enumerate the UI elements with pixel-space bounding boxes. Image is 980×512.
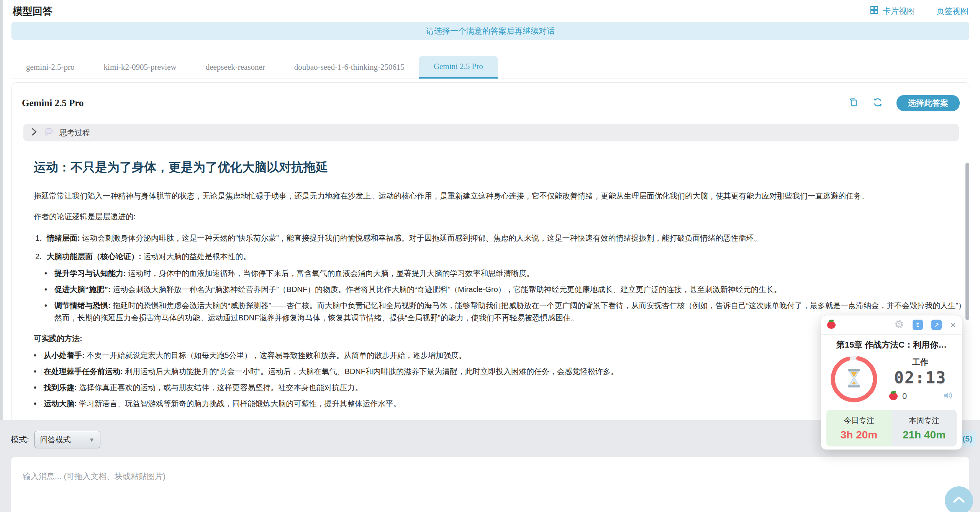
hourglass-icon (845, 368, 863, 390)
argument-numbered-list: 1. 情绪层面: 运动会刺激身体分泌内啡肽，这是一种天然的“快乐荷尔蒙”，能直接… (34, 232, 977, 324)
list-marker: 1. (34, 232, 47, 244)
list-item: • 提升学习与认知能力: 运动时，身体中的血液加速循环，当你停下来后，富含氧气的… (44, 267, 977, 279)
regenerate-button[interactable] (872, 97, 883, 109)
list-item-text: 运动对大脑的益处是根本性的。 (141, 252, 251, 261)
gear-icon[interactable] (894, 319, 904, 331)
list-item-text: 选择你真正喜欢的运动，或与朋友结伴，这样更容易坚持。社交本身也能对抗压力。 (77, 383, 363, 392)
select-answer-banner: 请选择一个满意的答案后再继续对话 (11, 22, 969, 40)
pomodoro-titlebar[interactable]: ↕ ↗ × (821, 315, 962, 335)
timer-progress-ring (829, 354, 878, 404)
chevron-right-icon (30, 127, 38, 138)
copy-icon (848, 97, 859, 109)
list-item-text: 运动时，身体中的血液加速循环，当你停下来后，富含氧气的血液会涌向大脑，显著提升大… (126, 269, 534, 277)
thinking-process-label: 思考过程 (59, 128, 90, 138)
timer-readout: 工作 02:13 0 (885, 357, 955, 402)
answer-actions: 选择此答案 (847, 95, 960, 111)
banner-text: 请选择一个满意的答案后再继续对话 (426, 26, 555, 36)
list-item-lead: 情绪层面: (47, 234, 80, 242)
view-switcher: 卡片视图 页签视图 (870, 5, 969, 16)
copy-button[interactable] (847, 97, 859, 109)
message-input[interactable]: 输入消息... (可拖入文档、块或粘贴图片) (11, 457, 969, 512)
thinking-process-toggle[interactable]: 思考过程 (23, 124, 959, 141)
up-down-arrow-icon[interactable]: ↕ (913, 320, 923, 330)
answer-model-name: Gemini 2.5 Pro (22, 98, 84, 108)
message-input-placeholder: 输入消息... (可拖入文档、块或粘贴图片) (23, 472, 166, 481)
pomodoro-body: 工作 02:13 0 (821, 351, 962, 404)
list-item-lead: 在处理棘手任务前运动: (44, 367, 123, 376)
tomato-icon (889, 392, 898, 400)
bullet-marker: • (34, 349, 44, 361)
list-item-lead: 调节情绪与恐惧: (54, 301, 111, 310)
tab-gemini-2-5-pro-lower[interactable]: gemini-2.5-pro (11, 56, 89, 79)
bullet-marker: • (34, 397, 44, 410)
tab-deepseek-reasoner[interactable]: deepseek-reasoner (191, 56, 280, 79)
thought-bubble-icon (44, 128, 53, 138)
chevron-down-icon: ▼ (89, 437, 95, 443)
week-focus-value: 21h 40m (903, 429, 946, 441)
pomodoro-count: 0 (902, 391, 907, 401)
list-item-text: 不要一开始就设定宏大的目标（如每天跑5公里），这容易导致挫败和放弃。从简单的散步… (85, 351, 467, 359)
tab-view-label: 页签视图 (936, 6, 969, 16)
tomato-icon (827, 321, 836, 329)
today-focus-label: 今日专注 (844, 415, 874, 426)
tab-view-button[interactable]: 页签视图 (936, 6, 969, 16)
list-item: • 促进大脑“施肥”: 运动会刺激大脑释放一种名为“脑源神经营养因子”（BDNF… (44, 283, 977, 295)
chevron-up-icon (952, 495, 965, 506)
article-title: 运动：不只是为了身体，更是为了优化大脑以对抗拖延 (34, 159, 977, 181)
pomodoro-widget[interactable]: ↕ ↗ × 第15章 作战方法C：利用你… (821, 315, 962, 450)
bullet-marker: • (44, 267, 54, 279)
card-view-button[interactable]: 卡片视图 (870, 5, 915, 16)
speaker-icon[interactable] (943, 391, 953, 402)
page-title: 模型回答 (13, 5, 52, 18)
grid-icon (870, 5, 879, 16)
list-item-text: 学习新语言、玩益智游戏等新奇的脑力挑战，同样能锻炼大脑的可塑性，提升其整体运作水… (77, 399, 401, 408)
model-tabs: gemini-2.5-pro kimi-k2-0905-preview deep… (11, 56, 969, 79)
list-item-lead: 运动大脑: (44, 399, 77, 408)
today-focus-value: 3h 20m (841, 429, 878, 441)
article-paragraph-2: 作者的论证逻辑是层层递进的: (34, 210, 977, 223)
list-item-lead: 找到乐趣: (44, 383, 77, 392)
select-this-answer-button[interactable]: 选择此答案 (896, 95, 960, 111)
mode-select-value: 问答模式 (40, 435, 71, 445)
today-focus-cell: 今日专注 3h 20m (826, 410, 892, 446)
list-item-lead: 提升学习与认知能力: (54, 269, 126, 277)
close-icon[interactable]: × (950, 320, 956, 330)
tab-gemini-2-5-pro-active[interactable]: Gemini 2.5 Pro (419, 56, 498, 79)
bullet-marker: • (44, 283, 54, 295)
article-paragraph-1: 拖延常常让我们陷入一种精神与身体脱节的状态，无论是焦虑地忙碌于琐事，还是无力地瘫… (34, 190, 977, 202)
refresh-icon (872, 97, 883, 110)
scroll-to-top-button[interactable] (945, 486, 973, 512)
list-item: 2. 大脑功能层面（核心论证）: 运动对大脑的益处是根本性的。 (34, 250, 977, 263)
external-arrow-icon[interactable]: ↗ (931, 320, 942, 330)
timer-value: 02:13 (894, 368, 946, 387)
list-item-text: 运动会刺激大脑释放一种名为“脑源神经营养因子”（BDNF）的物质。作者将其比作大… (111, 285, 782, 294)
list-item-lead: 促进大脑“施肥”: (54, 285, 111, 294)
bullet-marker: • (44, 299, 54, 324)
content-scrollbar[interactable] (965, 163, 969, 320)
card-view-label: 卡片视图 (883, 6, 915, 16)
bullet-marker: • (34, 365, 44, 377)
app-window: 模型回答 卡片视图 页签视图 请选择一个满意的答案后再继续对话 gemini-2… (0, 0, 980, 512)
tab-kimi-k2[interactable]: kimi-k2-0905-preview (89, 56, 191, 79)
left-edge-divider (0, 0, 3, 422)
mode-select[interactable]: 问答模式 ▼ (34, 431, 100, 448)
list-item-lead: 大脑功能层面（核心论证）: (47, 252, 141, 261)
list-item-lead: 从小处着手: (44, 351, 85, 359)
week-focus-label: 本周专注 (909, 415, 939, 426)
mode-row: 模式: 问答模式 ▼ (11, 431, 100, 448)
focus-stats: 今日专注 3h 20m 本周专注 21h 40m (826, 410, 957, 446)
pomodoro-task-title: 第15章 作战方法C：利用你… (821, 339, 962, 351)
pomodoro-count-row: 0 (885, 391, 955, 402)
mode-label: 模式: (11, 434, 29, 445)
list-item-text: 利用运动后大脑功能提升的“黄金一小时”。运动后，大脑在氧气、BDNF和内啡肽的滋… (123, 367, 618, 376)
list-marker: 2. (34, 250, 47, 263)
bullet-marker: • (34, 381, 44, 394)
timer-phase-label: 工作 (912, 357, 928, 368)
tab-doubao-seed[interactable]: doubao-seed-1-6-thinking-250615 (280, 56, 419, 79)
answer-header: Gemini 2.5 Pro 选择此答案 (22, 94, 960, 112)
week-focus-cell: 本周专注 21h 40m (892, 410, 957, 446)
list-item-text: 运动会刺激身体分泌内啡肽，这是一种天然的“快乐荷尔蒙”，能直接提升我们的愉悦感和… (80, 234, 762, 242)
list-item: 1. 情绪层面: 运动会刺激身体分泌内啡肽，这是一种天然的“快乐荷尔蒙”，能直接… (34, 232, 977, 244)
